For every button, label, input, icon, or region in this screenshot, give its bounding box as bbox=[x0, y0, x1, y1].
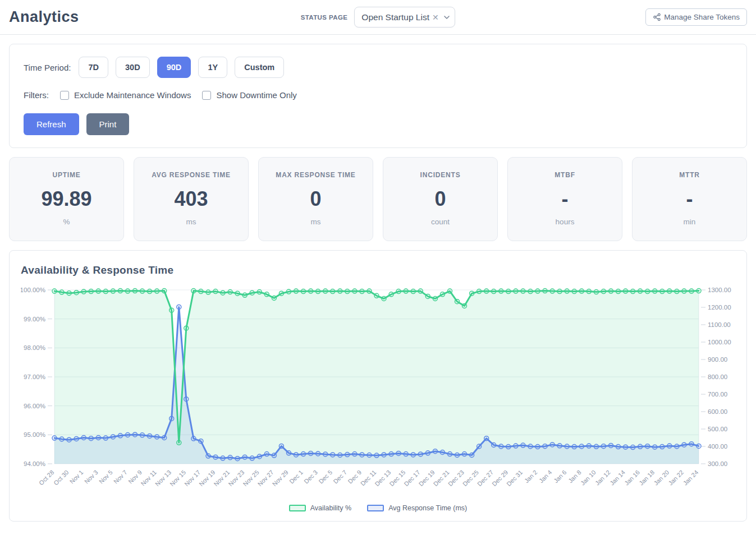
stat-unit: min bbox=[637, 218, 742, 226]
svg-text:800.00: 800.00 bbox=[708, 373, 727, 380]
time-period-90d-button[interactable]: 90D bbox=[157, 57, 191, 78]
svg-text:Jan 16: Jan 16 bbox=[623, 469, 641, 487]
svg-text:Dec 25: Dec 25 bbox=[461, 469, 480, 487]
svg-text:Jan 10: Jan 10 bbox=[579, 469, 597, 487]
svg-text:Dec 7: Dec 7 bbox=[332, 469, 348, 485]
stat-label: UPTIME bbox=[14, 171, 119, 179]
exclude-maintenance-checkbox[interactable] bbox=[60, 91, 69, 100]
svg-text:Nov 19: Nov 19 bbox=[198, 469, 216, 487]
svg-text:Nov 21: Nov 21 bbox=[212, 469, 231, 487]
stat-label: MTBF bbox=[512, 171, 617, 179]
stat-value: 99.89 bbox=[14, 187, 119, 211]
stat-unit: ms bbox=[139, 218, 244, 226]
manage-share-tokens-button[interactable]: Manage Share Tokens bbox=[645, 8, 747, 26]
stat-unit: % bbox=[14, 218, 119, 226]
time-period-custom-button[interactable]: Custom bbox=[235, 57, 284, 78]
svg-text:Nov 27: Nov 27 bbox=[256, 469, 275, 487]
svg-text:Nov 13: Nov 13 bbox=[154, 469, 172, 487]
svg-text:Dec 5: Dec 5 bbox=[317, 469, 333, 485]
legend-label: Avg Response Time (ms) bbox=[388, 504, 467, 512]
chart-legend: Availability %Avg Response Time (ms) bbox=[21, 504, 735, 512]
status-page-selected-value: Open Startup List bbox=[361, 12, 429, 22]
svg-text:600.00: 600.00 bbox=[708, 408, 727, 415]
exclude-maintenance-checkbox-group[interactable]: Exclude Maintenance Windows bbox=[60, 90, 191, 100]
time-period-7d-button[interactable]: 7D bbox=[79, 57, 108, 78]
legend-swatch bbox=[289, 505, 306, 511]
exclude-maintenance-label: Exclude Maintenance Windows bbox=[74, 90, 191, 100]
time-period-buttons: 7D30D90D1YCustom bbox=[79, 57, 284, 78]
stat-card-avg-response-time: AVG RESPONSE TIME403ms bbox=[134, 157, 249, 241]
print-button[interactable]: Print bbox=[86, 113, 130, 135]
status-page-selector[interactable]: Open Startup List ✕ bbox=[354, 7, 455, 27]
svg-text:Jan 12: Jan 12 bbox=[594, 469, 612, 487]
svg-text:97.00%: 97.00% bbox=[24, 373, 45, 380]
chart-title: Availability & Response Time bbox=[21, 264, 735, 276]
status-page-label: STATUS PAGE bbox=[301, 14, 348, 21]
svg-text:Nov 1: Nov 1 bbox=[68, 469, 85, 485]
show-downtime-checkbox[interactable] bbox=[202, 91, 211, 100]
manage-share-tokens-label: Manage Share Tokens bbox=[664, 13, 740, 21]
svg-text:1100.00: 1100.00 bbox=[708, 321, 731, 328]
svg-text:Oct 28: Oct 28 bbox=[38, 469, 55, 486]
svg-text:Jan 6: Jan 6 bbox=[552, 469, 568, 485]
svg-text:1200.00: 1200.00 bbox=[708, 304, 731, 311]
stat-label: AVG RESPONSE TIME bbox=[139, 171, 244, 179]
chevron-down-icon[interactable] bbox=[443, 13, 451, 21]
svg-text:Dec 21: Dec 21 bbox=[432, 469, 451, 487]
svg-text:Nov 23: Nov 23 bbox=[227, 469, 245, 487]
stat-unit: ms bbox=[263, 218, 368, 226]
availability-response-chart: 100.00%99.00%98.00%97.00%96.00%95.00%94.… bbox=[21, 283, 731, 503]
svg-text:300.00: 300.00 bbox=[708, 460, 727, 467]
stat-value: 0 bbox=[263, 187, 368, 211]
page-title: Analytics bbox=[9, 8, 301, 26]
svg-text:96.00%: 96.00% bbox=[24, 403, 45, 409]
svg-text:Dec 15: Dec 15 bbox=[388, 469, 406, 487]
time-period-30d-button[interactable]: 30D bbox=[116, 57, 150, 78]
show-downtime-label: Show Downtime Only bbox=[216, 90, 296, 100]
stat-card-max-response-time: MAX RESPONSE TIME0ms bbox=[258, 157, 373, 241]
svg-text:1000.00: 1000.00 bbox=[708, 339, 731, 345]
svg-text:Dec 23: Dec 23 bbox=[447, 469, 465, 487]
legend-item-response-time: Avg Response Time (ms) bbox=[367, 504, 467, 512]
svg-text:Jan 24: Jan 24 bbox=[682, 469, 700, 487]
legend-swatch bbox=[367, 505, 384, 511]
filter-panel: Time Period: 7D30D90D1YCustom Filters: E… bbox=[9, 44, 747, 148]
svg-text:1300.00: 1300.00 bbox=[708, 287, 731, 293]
time-period-1y-button[interactable]: 1Y bbox=[198, 57, 227, 78]
stat-value: 403 bbox=[139, 187, 244, 211]
svg-text:Dec 29: Dec 29 bbox=[491, 469, 509, 487]
svg-text:100.00%: 100.00% bbox=[21, 287, 45, 293]
svg-text:Jan 2: Jan 2 bbox=[523, 469, 539, 485]
stat-card-mttr: MTTR-min bbox=[632, 157, 747, 241]
stat-label: MTTR bbox=[637, 171, 742, 179]
stat-unit: count bbox=[388, 218, 493, 226]
svg-text:99.00%: 99.00% bbox=[24, 316, 45, 322]
legend-item-availability: Availability % bbox=[289, 504, 351, 512]
svg-text:98.00%: 98.00% bbox=[24, 344, 45, 351]
svg-text:Dec 17: Dec 17 bbox=[403, 469, 421, 487]
time-period-label: Time Period: bbox=[24, 63, 71, 72]
svg-text:Dec 31: Dec 31 bbox=[505, 469, 524, 487]
svg-text:900.00: 900.00 bbox=[708, 356, 727, 363]
svg-text:Nov 5: Nov 5 bbox=[98, 469, 114, 485]
svg-text:Nov 29: Nov 29 bbox=[271, 469, 290, 487]
stat-card-mtbf: MTBF-hours bbox=[507, 157, 622, 241]
refresh-button[interactable]: Refresh bbox=[24, 113, 79, 135]
svg-text:700.00: 700.00 bbox=[708, 391, 727, 398]
svg-text:Dec 3: Dec 3 bbox=[303, 469, 319, 485]
svg-text:Nov 3: Nov 3 bbox=[83, 469, 99, 485]
svg-text:Oct 30: Oct 30 bbox=[52, 469, 70, 486]
svg-text:Jan 22: Jan 22 bbox=[667, 469, 685, 487]
clear-selection-icon[interactable]: ✕ bbox=[432, 13, 439, 21]
svg-text:95.00%: 95.00% bbox=[24, 431, 45, 438]
share-icon bbox=[653, 13, 661, 21]
show-downtime-checkbox-group[interactable]: Show Downtime Only bbox=[202, 90, 296, 100]
svg-text:500.00: 500.00 bbox=[708, 426, 727, 432]
stat-unit: hours bbox=[512, 218, 617, 226]
svg-text:Nov 17: Nov 17 bbox=[183, 469, 201, 487]
svg-text:Nov 15: Nov 15 bbox=[168, 469, 187, 487]
stat-value: - bbox=[512, 187, 617, 211]
stat-value: 0 bbox=[388, 187, 493, 211]
stat-card-uptime: UPTIME99.89% bbox=[9, 157, 124, 241]
stat-card-incidents: INCIDENTS0count bbox=[383, 157, 498, 241]
